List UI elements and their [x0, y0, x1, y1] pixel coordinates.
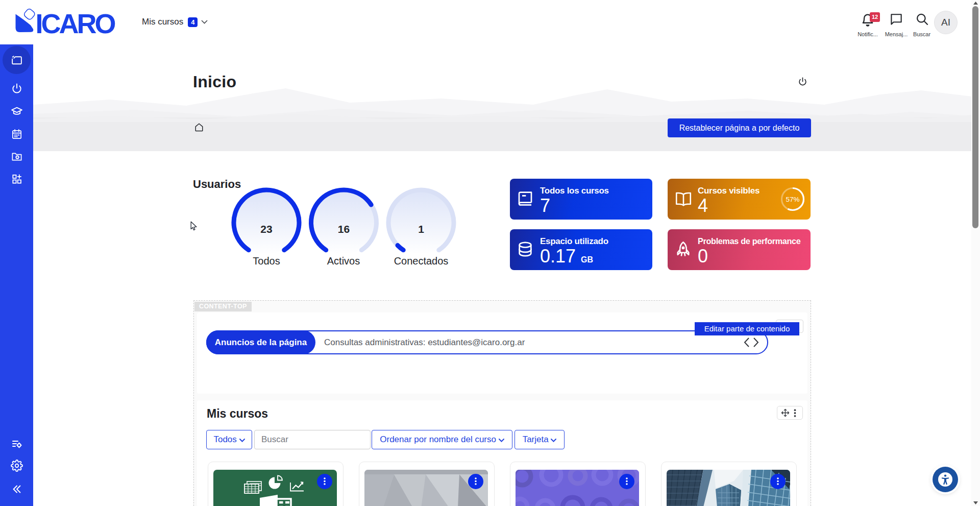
svg-text:ICARO: ICARO — [36, 8, 115, 39]
svg-text:57%: 57% — [786, 196, 799, 203]
svg-text:1: 1 — [418, 223, 424, 235]
svg-text:16: 16 — [338, 223, 350, 235]
svg-text:23: 23 — [260, 223, 272, 235]
